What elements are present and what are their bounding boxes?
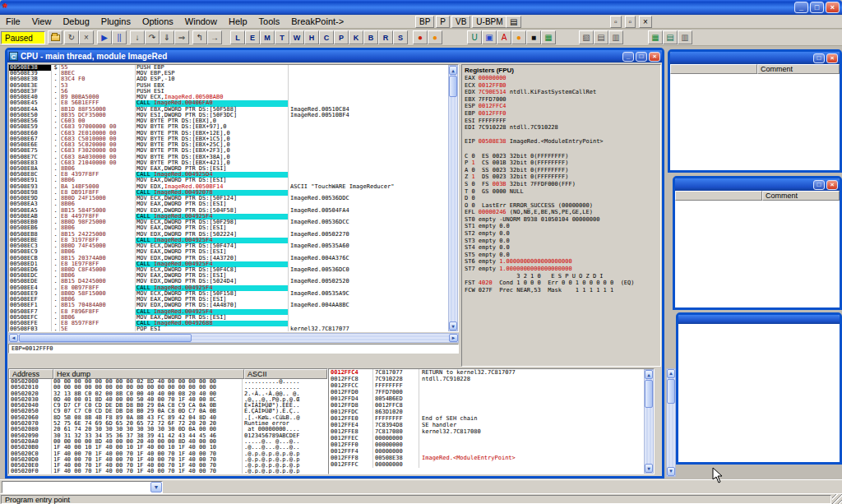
disassembly-vscrollbar[interactable]: ▲ ▼	[448, 65, 458, 331]
right-tool-icon-2[interactable]: ▤	[663, 30, 678, 44]
menu-options[interactable]: Options	[136, 16, 179, 27]
plugin-grid-icon[interactable]: ▦	[541, 30, 556, 44]
view-breakpoints-button[interactable]: B	[363, 30, 378, 44]
register-line[interactable]: EAX 00000000	[462, 75, 660, 82]
cpu-maximize-button[interactable]: □	[636, 52, 647, 62]
right-tool-icon-1[interactable]: ▦	[648, 30, 663, 44]
plugin-breakpoint-icon[interactable]: ●	[413, 30, 428, 44]
stack-row[interactable]: 0012FFCCFFFFFFFF	[329, 382, 645, 389]
animate-over-button[interactable]: ⇒	[174, 30, 189, 44]
register-line[interactable]: ST0 empty -UNORM B938 01050104 00000000	[462, 216, 660, 224]
run-button[interactable]: ▶	[97, 30, 112, 44]
dump-pane[interactable]: Address Hex dump ASCII 0050200000 00 00 …	[8, 368, 328, 474]
sw1-close-button[interactable]: ×	[826, 53, 838, 63]
menu-close-button[interactable]: ×	[639, 16, 652, 28]
stack-row[interactable]: 0012FFEC00000000	[329, 435, 645, 442]
command-input[interactable]	[2, 482, 150, 492]
register-line[interactable]: Z 1 DS 0023 32bit 0(FFFFFFFF)	[462, 173, 660, 181]
register-line[interactable]: EBX 7FFD7000	[462, 96, 660, 104]
restart-button[interactable]: ↻	[64, 30, 79, 44]
menu-window[interactable]: Window	[179, 16, 223, 27]
register-line[interactable]: ST4 empty 0.0	[462, 244, 660, 252]
register-line[interactable]	[462, 132, 660, 139]
close-program-button[interactable]: ×	[79, 30, 94, 44]
p-button[interactable]: P	[436, 16, 450, 28]
view-handles-button[interactable]: H	[304, 30, 319, 44]
view-source-button[interactable]: S	[393, 30, 408, 44]
side-window-1-titlebar[interactable]: □ ×	[670, 52, 840, 64]
register-line[interactable]: T 0 GS 0000 NULL	[462, 188, 660, 196]
disasm-row[interactable]: 00508E9D.8B0D 24F15000MOV ECX,DWORD PTR …	[9, 196, 450, 201]
menu-help[interactable]: Help	[223, 16, 253, 27]
scroll-down-arrow[interactable]: ▼	[667, 467, 675, 476]
view-memory-button[interactable]: M	[260, 30, 275, 44]
disasm-row[interactable]: 00508ED6.8B0D C8F45000MOV ECX,DWORD PTR …	[9, 267, 450, 273]
register-line[interactable]: S 0 FS 003B 32bit 7FFDF000(FFF)	[462, 181, 660, 188]
side-window-3-titlebar[interactable]	[678, 315, 840, 324]
register-line[interactable]: ST6 empty 1.0000000000000000000	[462, 258, 660, 266]
app-maximize-button[interactable]: □	[810, 2, 824, 13]
stack-vscrollbar[interactable]: ▲ ▼	[644, 369, 654, 474]
register-line[interactable]: EFL 00000246 (NO,NB,E,BE,NS,PE,GE,LE)	[462, 209, 660, 216]
stack-row[interactable]: 0012FFDC863D1020	[329, 409, 645, 415]
view-threads-button[interactable]: T	[275, 30, 289, 44]
register-line[interactable]: ST1 empty 0.0	[462, 223, 660, 230]
register-line[interactable]	[462, 146, 660, 153]
stack-row[interactable]: 0012FFF400000000	[329, 448, 645, 455]
register-line[interactable]: EIP 00508E38 ImageRed.<ModuleEntryPoint>	[462, 138, 660, 146]
disassembly-pane[interactable]: 00508E38$55PUSH EBP00508E39.8BECMOV EBP,…	[8, 64, 459, 332]
command-combobox[interactable]: ▼	[2, 481, 163, 493]
resize-grip[interactable]	[832, 494, 842, 504]
plugin-orange-icon[interactable]: ●	[428, 30, 442, 44]
scroll-down-arrow[interactable]: ▼	[645, 464, 653, 473]
scroll-right-arrow[interactable]: ►	[449, 334, 458, 342]
menu-breakpoint[interactable]: BreakPoint->	[285, 16, 349, 27]
stack-row[interactable]: 0012FFF000000000	[329, 442, 645, 448]
scroll-thumb[interactable]	[449, 76, 457, 97]
side-window-2-titlebar[interactable]: □ ×	[675, 178, 840, 191]
plugin-unicode-icon[interactable]: U	[467, 30, 482, 44]
side-window-3-vscrollbar[interactable]: ▲ ▼	[666, 368, 676, 477]
menu-file[interactable]: File	[0, 16, 26, 27]
window-cascade-icon[interactable]: ▤	[594, 30, 608, 44]
app-close-button[interactable]: ×	[826, 2, 840, 13]
bp-button[interactable]: BP	[415, 16, 434, 28]
disasm-row[interactable]: 00508F03.5EPOP ESIkernel32.7C817077	[9, 326, 450, 332]
register-line[interactable]: EBP 0012FFF0	[462, 110, 660, 118]
register-line[interactable]: FCW 027F Prec NEAR,53 Mask 1 1 1 1 1 1	[462, 287, 660, 294]
disasm-row[interactable]: 00508E38$55PUSH EBP	[9, 65, 450, 71]
disasm-row[interactable]: 00508EFE.E8 8597F8FFCALL ImageRed.004926…	[9, 321, 450, 326]
sw1-header-comment[interactable]: Comment	[757, 64, 840, 74]
step-over-button[interactable]: ↷	[145, 30, 160, 44]
register-line[interactable]: 3 2 1 0 E S P U O Z D I	[462, 273, 660, 280]
open-file-button[interactable]	[48, 30, 62, 44]
register-line[interactable]: ST3 empty 0.0	[462, 238, 660, 245]
menu-small-icon-1[interactable]: ▫	[610, 16, 622, 28]
stack-row[interactable]: 0012FFD48054B6ED	[329, 395, 645, 402]
ubpm-button[interactable]: U-BPM	[472, 16, 507, 28]
register-line[interactable]: ECX 0012FFB0	[462, 82, 660, 90]
go-to-button[interactable]: →	[207, 30, 222, 44]
view-patches-button[interactable]: P	[334, 30, 349, 44]
register-line[interactable]: FST 4020 Cond 1 0 0 0 Err 0 0 1 0 0 0 0 …	[462, 280, 660, 287]
window-tile-icon[interactable]: ▧	[579, 30, 594, 44]
stack-row[interactable]: 0012FFF800508E38ImageRed.<ModuleEntryPoi…	[329, 455, 645, 461]
plugin-black-icon[interactable]: ■	[526, 30, 541, 44]
scroll-down-arrow[interactable]: ▼	[449, 321, 457, 331]
register-line[interactable]: EDX 7C90E514 ntdll.KiFastSystemCallRet	[462, 89, 660, 96]
disasm-row[interactable]: 00508EE9.8B0D 58F15000MOV ECX,DWORD PTR …	[9, 291, 450, 297]
sw2-close-button[interactable]: ×	[826, 180, 838, 190]
animate-into-button[interactable]: ⇓	[160, 30, 174, 44]
scroll-thumb[interactable]	[19, 334, 192, 342]
step-into-button[interactable]: ↓	[130, 30, 145, 44]
menu-view[interactable]: View	[26, 16, 58, 27]
register-line[interactable]: C 0 ES 0023 32bit 0(FFFFFFFF)	[462, 153, 660, 160]
registers-pane[interactable]: Registers (FPU) EAX 00000000ECX 0012FFB0…	[461, 64, 661, 367]
scroll-left-arrow[interactable]: ◄	[9, 334, 18, 342]
scroll-thumb[interactable]	[667, 379, 675, 404]
sw2-header-blank[interactable]	[675, 191, 762, 201]
menu-doc-icon[interactable]: ▤	[506, 16, 521, 28]
menu-tools[interactable]: Tools	[253, 16, 286, 27]
register-line[interactable]: ST5 empty 0.0	[462, 252, 660, 259]
dump-row[interactable]: 005020F01F 40 00 70 1F 40 00 70 1F 40 00…	[9, 469, 327, 474]
